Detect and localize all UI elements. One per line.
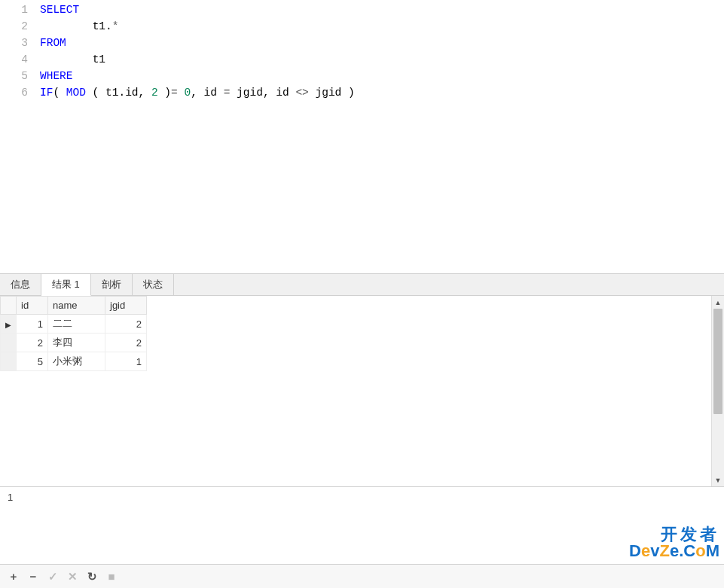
table-row[interactable]: 2李四2 [1,334,147,352]
status-bar: 1 [0,486,724,507]
line-number: 5 [0,68,28,84]
apply-button: ✓ [44,568,62,586]
cell-id[interactable]: 2 [17,334,48,352]
tab-剖析[interactable]: 剖析 [91,274,133,295]
bottom-toolbar: +−✓✕↻■ [0,564,724,588]
line-number: 6 [0,84,28,101]
code-line[interactable]: WHERE [40,68,724,84]
cell-jgid[interactable]: 2 [105,315,147,334]
cell-jgid[interactable]: 1 [105,352,147,371]
editor-code[interactable]: SELECT t1.*FROM t1WHEREIF( MOD ( t1.id, … [34,2,724,273]
current-row-icon: ▶ [5,321,11,329]
cell-name[interactable]: 李四 [48,334,105,352]
cancel-button: ✕ [63,568,81,586]
code-line[interactable]: IF( MOD ( t1.id, 2 )= 0, id = jgid, id <… [40,84,724,101]
results-pane: idnamejgid▶1二二22李四25小米粥1 ▲ ▼ [0,296,724,486]
column-header-name[interactable]: name [48,297,105,315]
table-row[interactable]: 5小米粥1 [1,352,147,371]
cell-name[interactable]: 小米粥 [48,352,105,371]
sql-editor-pane: 123456 SELECT t1.*FROM t1WHEREIF( MOD ( … [0,0,724,273]
line-number: 3 [0,35,28,51]
results-table: idnamejgid▶1二二22李四25小米粥1 [0,296,147,371]
scroll-down-icon[interactable]: ▼ [712,474,724,486]
row-indicator [1,334,17,352]
code-line[interactable]: t1 [40,51,724,68]
refresh-button[interactable]: ↻ [83,568,101,586]
row-indicator [1,352,17,371]
code-line[interactable]: t1.* [40,18,724,35]
cell-jgid[interactable]: 2 [105,334,147,352]
row-indicator-header [1,297,17,315]
cell-id[interactable]: 5 [17,352,48,371]
line-number: 2 [0,18,28,35]
line-number: 4 [0,51,28,68]
cell-name[interactable]: 二二 [48,315,105,334]
cell-id[interactable]: 1 [17,315,48,334]
vertical-scrollbar[interactable]: ▲ ▼ [711,296,724,486]
code-line[interactable]: FROM [40,35,724,51]
row-indicator: ▶ [1,315,17,334]
tab-状态[interactable]: 状态 [133,274,174,295]
column-header-id[interactable]: id [17,297,48,315]
stop-button: ■ [102,568,121,586]
table-row[interactable]: ▶1二二2 [1,315,147,334]
scroll-up-icon[interactable]: ▲ [712,296,724,309]
remove-button[interactable]: − [24,568,42,586]
line-number: 1 [0,2,28,18]
status-text: 1 [8,492,13,503]
results-tabs: 信息结果 1剖析状态 [0,273,724,296]
code-line[interactable]: SELECT [40,2,724,18]
tab-信息[interactable]: 信息 [0,274,41,295]
add-button[interactable]: + [5,568,23,586]
scroll-thumb[interactable] [713,309,722,414]
column-header-jgid[interactable]: jgid [105,297,147,315]
spacer [0,507,724,564]
results-table-wrap[interactable]: idnamejgid▶1二二22李四25小米粥1 [0,296,711,486]
tab-结果 1[interactable]: 结果 1 [41,274,91,296]
editor-gutter: 123456 [0,2,34,273]
